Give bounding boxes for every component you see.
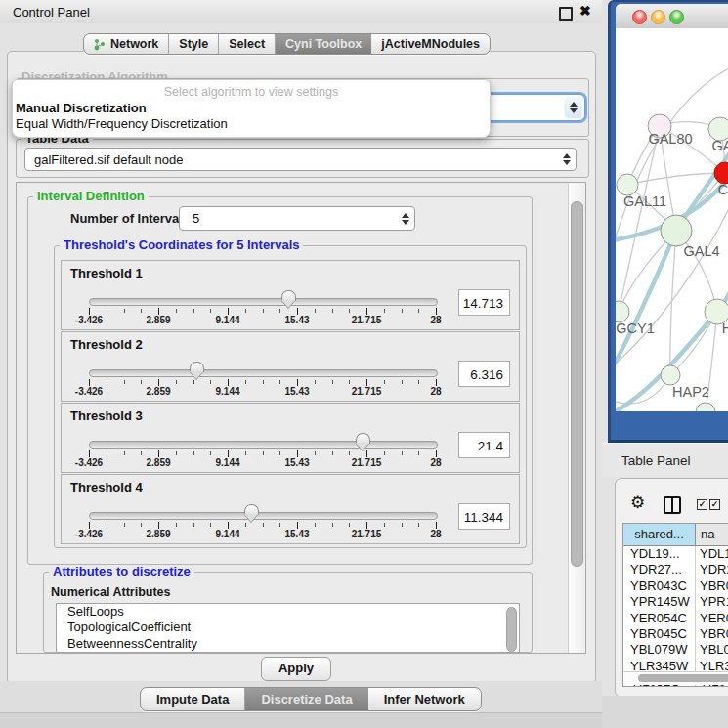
- zoom-traffic-light[interactable]: [669, 10, 684, 24]
- table-data-combobox[interactable]: galFiltered.sif default node: [24, 148, 577, 171]
- threshold-value-field[interactable]: 21.4: [458, 432, 510, 458]
- slider-tick: [402, 451, 403, 455]
- tab-label: Network: [110, 37, 158, 51]
- slider-track[interactable]: [89, 369, 438, 377]
- network-node-label: HAP2: [672, 384, 709, 400]
- slider-tick-label: 9.144: [215, 315, 239, 325]
- table-row[interactable]: YBR043CYBR0: [623, 578, 728, 594]
- slider-tick-label: 9.144: [215, 457, 239, 468]
- slider-tick: [315, 309, 316, 313]
- network-node-label: GAL80: [648, 131, 692, 147]
- slider-handle[interactable]: [190, 362, 204, 380]
- slider-handle[interactable]: [244, 504, 259, 523]
- combo-stepper[interactable]: [558, 153, 576, 165]
- slider-tick-label: 28: [430, 529, 441, 539]
- network-node[interactable]: [617, 174, 638, 195]
- node-table[interactable]: shared...na YDL19...YDL1YDR27...YDR2YBR0…: [622, 523, 728, 687]
- threshold-value-field[interactable]: 6.316: [458, 361, 510, 387]
- checkbox-icon[interactable]: ✓: [697, 499, 707, 510]
- network-node[interactable]: [696, 403, 715, 411]
- slider-handle[interactable]: [281, 290, 296, 309]
- checkbox-icon[interactable]: ✓: [709, 499, 720, 510]
- table-row[interactable]: YBL079WYBL0: [623, 642, 728, 658]
- attribute-list-item[interactable]: SelfLoops: [57, 604, 519, 620]
- list-scrollbar-thumb[interactable]: [506, 607, 517, 652]
- close-traffic-light[interactable]: [632, 10, 647, 24]
- gear-icon[interactable]: ⚙: [630, 494, 645, 511]
- scrollbar-thumb[interactable]: [571, 201, 583, 567]
- network-node[interactable]: [616, 301, 629, 322]
- attribute-list-item[interactable]: TopologicalCoefficient: [57, 620, 519, 635]
- table-row[interactable]: YPR145WYPR1: [623, 594, 728, 610]
- tab-network[interactable]: Network: [84, 34, 169, 54]
- threshold-panel: Threshold 4-3.4262.8599.14415.4321.71528…: [61, 474, 520, 544]
- network-node[interactable]: [661, 365, 680, 385]
- network-canvas[interactable]: GAL80GALCGAL11GAL4GCY1HHAP2: [616, 28, 728, 411]
- tab-infer-network[interactable]: Infer Network: [368, 688, 481, 710]
- combo-stepper[interactable]: [397, 213, 414, 225]
- attributes-group-label: Attributes to discretize: [49, 565, 194, 578]
- slider-tick: [349, 523, 350, 527]
- slider-handle[interactable]: [356, 433, 370, 451]
- tab-select[interactable]: Select: [219, 34, 276, 54]
- horizontal-scrollbar[interactable]: [623, 671, 728, 685]
- slider-tick: [107, 451, 107, 455]
- algorithm-option[interactable]: Equal Width/Frequency Discretization: [16, 116, 487, 131]
- threshold-label: Threshold 1: [70, 266, 143, 280]
- slider-tick: [89, 450, 90, 457]
- slider-track[interactable]: [89, 512, 438, 520]
- apply-button[interactable]: Apply: [261, 657, 331, 681]
- slider-tick: [418, 380, 419, 384]
- column-header[interactable]: na: [696, 524, 728, 545]
- numerical-attributes-list[interactable]: SelfLoopsTopologicalCoefficientBetweenne…: [56, 603, 520, 653]
- slider-tick-label: 15.43: [284, 315, 309, 325]
- algorithm-option[interactable]: Manual Discretization: [16, 101, 487, 115]
- split-columns-icon[interactable]: [664, 496, 681, 514]
- slider-tick: [89, 522, 90, 529]
- float-window-icon[interactable]: [559, 7, 573, 21]
- tab-style[interactable]: Style: [169, 34, 219, 54]
- scrollbar-thumb[interactable]: [638, 674, 728, 682]
- network-node-label: C: [718, 182, 728, 197]
- table-row[interactable]: YBR045CYBR0: [623, 626, 728, 642]
- tab-discretize-data[interactable]: Discretize Data: [245, 688, 367, 710]
- slider-tick: [245, 523, 246, 527]
- slider-track[interactable]: [89, 441, 438, 449]
- tab-jactivemnodules[interactable]: jActiveMNodules: [371, 34, 490, 54]
- minimize-traffic-light[interactable]: [651, 10, 665, 24]
- slider-track[interactable]: [89, 298, 438, 306]
- control-panel-tabs: NetworkStyleSelectCyni ToolboxjActiveMNo…: [83, 33, 491, 55]
- combo-stepper[interactable]: [565, 97, 582, 118]
- vertical-scrollbar[interactable]: [568, 183, 585, 653]
- tab-cyni-toolbox[interactable]: Cyni Toolbox: [276, 34, 371, 54]
- number-of-intervals-combobox[interactable]: 5: [179, 206, 415, 231]
- table-row[interactable]: YDR27...YDR2: [623, 562, 728, 578]
- slider-tick-label: 2.859: [146, 457, 170, 468]
- tab-impute-data[interactable]: Impute Data: [141, 688, 245, 710]
- threshold-panel: Threshold 2-3.4262.8599.14415.4321.71528…: [61, 331, 520, 402]
- threshold-value-field[interactable]: 11.344: [458, 503, 510, 530]
- threshold-value-field[interactable]: 14.713: [458, 289, 510, 316]
- network-view-window: GAL80GALCGAL11GAL4GCY1HHAP2: [608, 0, 728, 443]
- slider-tick: [176, 309, 177, 313]
- tab-label: jActiveMNodules: [381, 37, 480, 51]
- slider-tick-label: 15.43: [284, 457, 309, 468]
- slider-tick: [107, 380, 107, 384]
- number-of-intervals-value: 5: [180, 211, 397, 226]
- column-header[interactable]: shared...: [623, 524, 696, 545]
- close-icon[interactable]: ✖: [579, 3, 591, 19]
- network-node[interactable]: [661, 215, 692, 246]
- slider-tick-label: 21.715: [352, 315, 382, 325]
- table-row[interactable]: YER054CYER0: [623, 611, 728, 626]
- table-row[interactable]: YDL19...YDL1: [623, 546, 728, 562]
- table-cell: YBR043C: [623, 578, 696, 594]
- slider-tick: [141, 309, 142, 313]
- slider-tick: [384, 380, 385, 384]
- slider-tick: [418, 523, 419, 527]
- slider-tick: [384, 523, 385, 527]
- network-tab-icon: [94, 38, 106, 51]
- attribute-list-item[interactable]: BetweennessCentrality: [57, 636, 519, 652]
- threshold-panel: Threshold 3-3.4262.8599.14415.4321.71528…: [61, 403, 520, 473]
- slider-tick: [384, 309, 385, 313]
- slider-tick-label: 21.715: [352, 457, 382, 468]
